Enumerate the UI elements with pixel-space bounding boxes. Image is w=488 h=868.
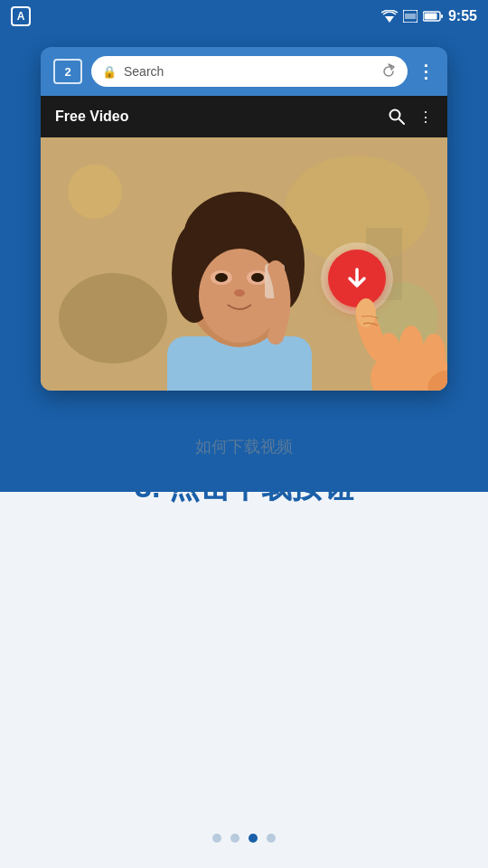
search-bar[interactable]: 🔒 Search xyxy=(91,56,408,87)
site-header-icons: ⋮ xyxy=(388,108,433,126)
browser-card: 2 🔒 Search ⋮ Free Video ⋮ xyxy=(41,47,447,391)
wifi-icon xyxy=(381,10,398,23)
tab-indicator[interactable]: 2 xyxy=(53,59,82,84)
page-dot-3[interactable] xyxy=(249,834,258,843)
page-dots xyxy=(212,834,276,843)
main-content: 2 🔒 Search ⋮ Free Video ⋮ xyxy=(0,33,488,868)
video-thumbnail xyxy=(41,137,447,391)
hand-gesture xyxy=(321,260,447,391)
battery-icon xyxy=(423,11,443,22)
search-input-text: Search xyxy=(124,64,373,79)
site-menu-icon[interactable]: ⋮ xyxy=(418,108,433,126)
browser-menu-icon[interactable]: ⋮ xyxy=(417,61,435,82)
how-to-label: 如何下载视频 xyxy=(195,436,293,458)
status-time: 9:55 xyxy=(448,8,477,24)
svg-rect-2 xyxy=(405,14,416,19)
lock-icon: 🔒 xyxy=(102,65,117,79)
step-label: 3. 点击下载按钮 xyxy=(135,467,353,508)
svg-marker-0 xyxy=(385,16,394,23)
page-dot-1[interactable] xyxy=(212,834,221,843)
svg-point-23 xyxy=(234,289,245,297)
refresh-icon[interactable] xyxy=(380,63,397,80)
a-icon: A xyxy=(11,6,31,26)
page-dot-4[interactable] xyxy=(267,834,276,843)
instruction-section: 如何下载视频 3. 点击下载按钮 xyxy=(0,391,488,868)
svg-point-21 xyxy=(215,273,228,282)
svg-rect-4 xyxy=(424,14,436,20)
finger-point-icon xyxy=(321,260,447,391)
svg-point-31 xyxy=(422,334,446,377)
svg-point-25 xyxy=(68,165,122,219)
site-title: Free Video xyxy=(55,108,129,125)
site-header: Free Video ⋮ xyxy=(41,96,447,137)
video-area: #FreedPhoto Beautiful Senior Escort High… xyxy=(41,137,447,391)
svg-point-30 xyxy=(399,326,424,376)
svg-line-7 xyxy=(399,119,405,125)
svg-point-22 xyxy=(251,273,264,282)
svg-rect-5 xyxy=(441,14,443,18)
browser-top-bar: 2 🔒 Search ⋮ xyxy=(41,47,447,96)
site-search-icon[interactable] xyxy=(388,108,406,126)
status-bar: A 9:55 xyxy=(0,0,488,33)
sim-icon xyxy=(403,10,418,23)
status-bar-left: A xyxy=(11,6,31,26)
status-bar-right: 9:55 xyxy=(381,8,477,24)
page-dot-2[interactable] xyxy=(230,834,239,843)
svg-point-10 xyxy=(59,273,167,363)
